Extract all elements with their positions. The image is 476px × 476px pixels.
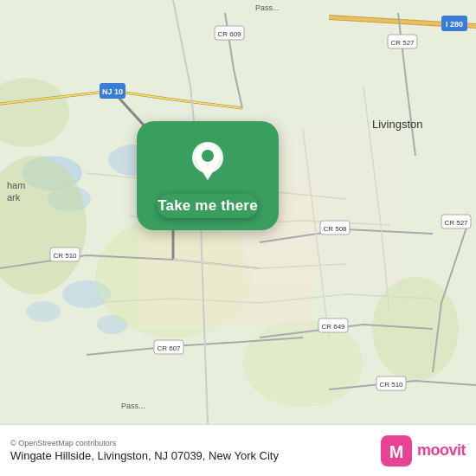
svg-text:CR 510: CR 510 [379, 381, 403, 389]
svg-text:CR 527: CR 527 [390, 39, 415, 47]
map-container: NJ 10 NJ 10 CR 609 I 280 CR 527 CR 527 C… [0, 0, 476, 424]
svg-point-43 [202, 150, 214, 162]
svg-text:Livingston: Livingston [372, 118, 423, 131]
svg-text:NJ 10: NJ 10 [102, 87, 123, 96]
svg-text:CR 510: CR 510 [53, 252, 77, 260]
svg-text:M: M [389, 442, 404, 461]
moovit-logo: M moovit [381, 435, 466, 466]
svg-text:I 280: I 280 [446, 20, 463, 29]
svg-point-9 [242, 320, 363, 407]
location-text: Wingate Hillside, Livingston, NJ 07039, … [10, 449, 279, 462]
svg-text:CR 508: CR 508 [323, 225, 347, 233]
svg-point-5 [26, 301, 61, 322]
location-pin-icon [186, 137, 229, 189]
svg-text:CR 649: CR 649 [321, 323, 345, 331]
svg-text:CR 527: CR 527 [444, 219, 468, 227]
svg-text:Pass...: Pass... [255, 3, 280, 12]
moovit-icon: M [381, 435, 412, 466]
svg-text:ark: ark [7, 192, 21, 203]
svg-text:ham: ham [7, 180, 25, 190]
openstreetmap-credit: © OpenStreetMap contributors [10, 439, 116, 447]
take-me-there-button[interactable]: Take me there [158, 194, 258, 218]
info-bar: © OpenStreetMap contributors Wingate Hil… [0, 424, 476, 476]
svg-text:Pass...: Pass... [121, 402, 145, 410]
svg-text:CR 609: CR 609 [217, 30, 241, 38]
take-me-there-overlay[interactable]: Take me there [113, 121, 303, 230]
info-left: © OpenStreetMap contributors Wingate Hil… [10, 439, 279, 462]
svg-text:CR 607: CR 607 [157, 344, 181, 352]
attribution-text: © OpenStreetMap contributors [10, 439, 279, 447]
moovit-brand-text: moovit [417, 441, 466, 460]
